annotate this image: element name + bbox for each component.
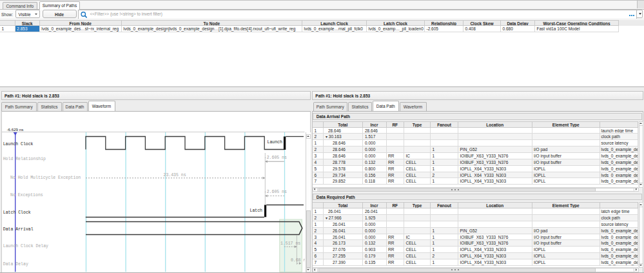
svg-text:No Hold Multicycle Exception: No Hold Multicycle Exception bbox=[10, 176, 81, 180]
svg-text:0.68 ns: 0.68 ns bbox=[291, 258, 305, 263]
svg-text:Launch Clock: Launch Clock bbox=[3, 142, 34, 147]
svg-text:Launch Clock Delay: Launch Clock Delay bbox=[3, 244, 48, 248]
svg-text:-6.629 ns: -6.629 ns bbox=[7, 127, 24, 132]
svg-text:-2.605 ns: -2.605 ns bbox=[264, 156, 287, 160]
svg-text:-2.605 ns: -2.605 ns bbox=[264, 190, 287, 194]
svg-text:Data Arrival: Data Arrival bbox=[3, 227, 34, 232]
svg-text:1.517 ns: 1.517 ns bbox=[280, 241, 300, 246]
svg-text:Launch: Launch bbox=[268, 140, 283, 145]
svg-text:Data Delay: Data Delay bbox=[3, 262, 28, 267]
svg-text:Latch Clock: Latch Clock bbox=[3, 210, 31, 215]
svg-text:23.435 ns: 23.435 ns bbox=[164, 173, 186, 177]
svg-text:No Exceptions: No Exceptions bbox=[10, 193, 43, 197]
svg-text:Hold Relationship: Hold Relationship bbox=[3, 157, 46, 161]
svg-text:Latch: Latch bbox=[250, 208, 263, 213]
